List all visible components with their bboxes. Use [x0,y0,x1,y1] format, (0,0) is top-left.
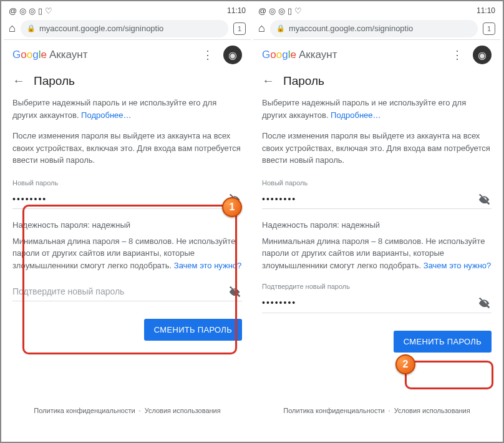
intro-2: После изменения пароля вы выйдете из акк… [262,130,492,167]
app-header: Google Аккаунт ⋮ ◉ [4,40,251,70]
brand-suffix: Аккаунт [299,49,337,61]
footer: Политика конфиденциальности·Условия испо… [253,407,500,414]
new-password-block: Новый пароль [12,178,242,210]
annotation-badge-2: 2 [395,354,415,374]
button-row: СМЕНИТЬ ПАРОЛЬ [262,331,492,353]
url-field[interactable]: 🔒 myaccount.google.com/signinoptio [270,20,478,37]
learn-more-link[interactable]: Подробнее… [331,110,380,120]
new-password-label: Новый пароль [262,178,492,188]
at-icon: @ [9,6,17,16]
intro-1: Выберите надежный пароль и не используйт… [262,97,492,121]
confirm-password-block [12,281,242,301]
change-password-button[interactable]: СМЕНИТЬ ПАРОЛЬ [144,319,242,341]
browser-url-bar: ⌂ 🔒 myaccount.google.com/signinoptio 1 [253,17,500,40]
brand: Google Аккаунт [12,49,87,61]
menu-dots-icon[interactable]: ⋮ [452,48,463,62]
clock: 11:10 [477,6,495,15]
home-icon[interactable]: ⌂ [9,22,16,35]
avatar[interactable]: ◉ [473,46,492,64]
home-icon[interactable]: ⌂ [258,22,265,35]
battery-icon: ▯ [38,6,42,16]
status-icons: @ ◎ ◎ ▯ ♡ [9,6,52,16]
privacy-link[interactable]: Политика конфиденциальности [34,407,135,414]
visibility-off-icon[interactable] [478,192,492,206]
menu-dots-icon[interactable]: ⋮ [202,48,213,62]
at-icon: @ [258,6,266,16]
battery-icon: ▯ [288,6,292,16]
ig-icon-2: ◎ [278,6,285,16]
phone-right: @ ◎ ◎ ▯ ♡ 11:10 ⌂ 🔒 myaccount.google.com… [253,4,500,439]
content: Выберите надежный пароль и не используйт… [4,97,251,341]
button-row: СМЕНИТЬ ПАРОЛЬ [12,319,242,341]
password-helper: Минимальная длина пароля – 8 символов. Н… [12,235,242,272]
intro-2: После изменения пароля вы выйдете из акк… [12,130,242,167]
brand-suffix: Аккаунт [49,49,88,61]
ig-icon-2: ◎ [29,6,36,16]
browser-url-bar: ⌂ 🔒 myaccount.google.com/signinoptio 1 [4,17,251,40]
confirm-password-label: Подтвердите новый пароль [262,281,492,292]
avatar[interactable]: ◉ [223,46,242,64]
back-arrow-icon[interactable]: ← [262,74,274,88]
privacy-link[interactable]: Политика конфиденциальности [283,407,384,414]
visibility-off-icon[interactable] [478,296,492,309]
page-title-bar: ← Пароль [4,70,251,97]
terms-link[interactable]: Условия использования [145,407,221,414]
new-password-input[interactable] [12,194,228,204]
new-password-label: Новый пароль [12,178,242,188]
page-title: Пароль [283,74,324,88]
brand: Google Аккаунт [262,49,337,61]
ig-icon: ◎ [269,6,276,16]
ig-icon: ◎ [19,6,26,16]
shield-icon: ♡ [294,6,302,16]
clock: 11:10 [227,6,246,15]
visibility-off-icon[interactable] [228,285,242,298]
footer: Политика конфиденциальности·Условия испо… [4,407,251,414]
password-helper: Минимальная длина пароля – 8 символов. Н… [262,235,492,272]
tab-count[interactable]: 1 [483,22,495,35]
status-bar: @ ◎ ◎ ▯ ♡ 11:10 [4,4,251,17]
page-title: Пароль [34,74,75,88]
back-arrow-icon[interactable]: ← [12,74,25,88]
app-header: Google Аккаунт ⋮ ◉ [253,40,500,70]
password-strength: Надежность пароля: надежный [12,219,242,231]
google-logo: Google [12,49,47,61]
content: Выберите надежный пароль и не используйт… [253,97,500,353]
password-strength: Надежность пароля: надежный [262,219,492,231]
annotation-frame-2 [405,361,493,389]
url-field[interactable]: 🔒 myaccount.google.com/signinoptio [21,20,228,37]
shield-icon: ♡ [45,6,52,16]
status-icons: @ ◎ ◎ ▯ ♡ [258,6,302,16]
why-link[interactable]: Зачем это нужно? [424,261,492,270]
tab-count[interactable]: 1 [233,22,246,35]
confirm-password-input[interactable] [12,286,228,296]
google-logo: Google [262,49,296,61]
change-password-button[interactable]: СМЕНИТЬ ПАРОЛЬ [394,331,492,353]
lock-icon: 🔒 [276,24,285,32]
why-link[interactable]: Зачем это нужно? [174,261,242,270]
annotation-badge-1: 1 [222,197,242,217]
learn-more-link[interactable]: Подробнее… [81,110,131,120]
confirm-password-block: Подтвердите новый пароль [262,281,492,313]
new-password-block: Новый пароль [262,178,492,210]
new-password-input[interactable] [262,194,478,204]
lock-icon: 🔒 [27,24,36,32]
terms-link[interactable]: Условия использования [394,407,470,414]
status-bar: @ ◎ ◎ ▯ ♡ 11:10 [253,4,500,17]
phone-left: @ ◎ ◎ ▯ ♡ 11:10 ⌂ 🔒 myaccount.google.com… [4,4,251,439]
url-text: myaccount.google.com/signinoptio [39,24,163,33]
intro-1: Выберите надежный пароль и не используйт… [12,97,242,121]
page-title-bar: ← Пароль [253,70,500,97]
url-text: myaccount.google.com/signinoptio [289,24,413,33]
confirm-password-input[interactable] [262,298,478,308]
